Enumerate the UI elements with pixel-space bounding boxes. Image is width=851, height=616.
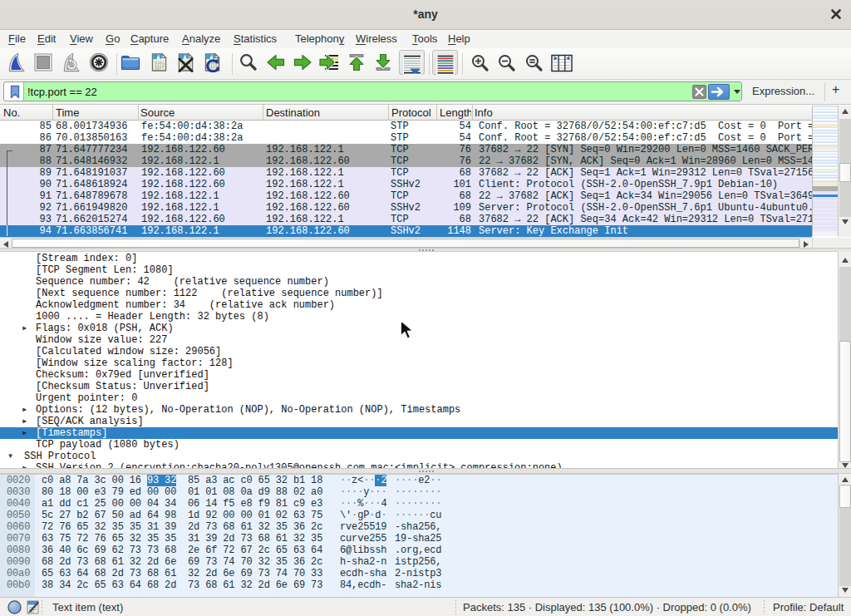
svg-text:0011: 0011 [155,67,165,71]
